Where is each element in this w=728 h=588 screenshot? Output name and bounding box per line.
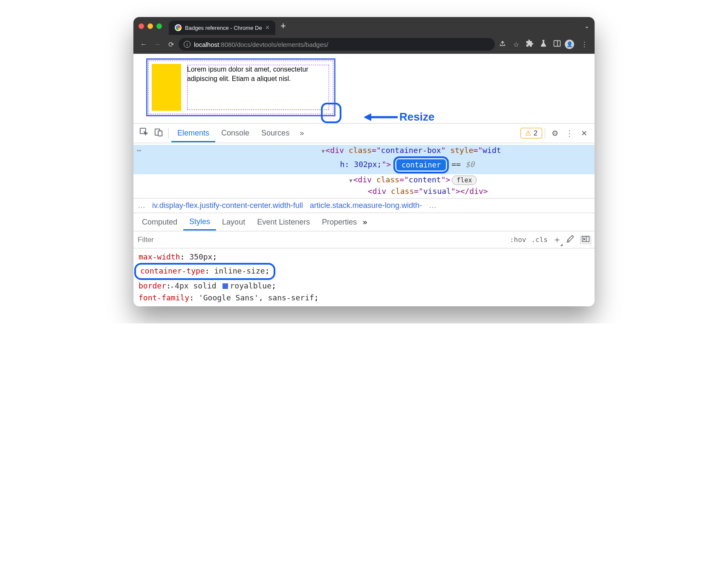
resize-handle-annotation xyxy=(321,103,341,123)
styles-subtabs: Computed Styles Layout Event Listeners P… xyxy=(133,213,595,231)
svg-rect-6 xyxy=(158,131,162,136)
settings-gear-icon[interactable]: ⚙ xyxy=(548,129,562,138)
breadcrumb-item[interactable]: article.stack.measure-long.width- xyxy=(310,201,422,210)
page-preview: Lorem ipsum dolor sit amet, consectetur … xyxy=(133,54,595,124)
dom-node-selected[interactable]: ⋯ ▼<div class="container-box" style="wid… xyxy=(133,145,595,156)
paint-brush-icon[interactable] xyxy=(566,235,575,245)
devtools-main-tabs: Elements Console Sources » ⚠ 2 ⚙ ⋮ ✕ xyxy=(133,124,595,143)
share-icon[interactable] xyxy=(497,39,508,49)
styles-filter-row: :hov .cls ＋◢ xyxy=(133,231,595,248)
close-tab-icon[interactable]: × xyxy=(266,24,269,32)
css-declaration[interactable]: font-family: 'Google Sans', sans-serif; xyxy=(139,292,589,304)
css-declaration-highlighted[interactable]: container-type: inline-size; xyxy=(139,263,589,280)
browser-window: Badges reference - Chrome De × + ⌄ ← → ⟳… xyxy=(133,17,595,306)
new-style-rule-icon[interactable]: ＋◢ xyxy=(553,234,561,245)
forward-button[interactable]: → xyxy=(151,40,163,48)
css-declaration[interactable]: max-width: 350px; xyxy=(139,251,589,263)
minimize-window-button[interactable] xyxy=(147,23,153,29)
close-devtools-icon[interactable]: ✕ xyxy=(577,129,591,138)
inspect-element-icon[interactable] xyxy=(137,127,151,139)
chrome-favicon-icon xyxy=(175,24,182,31)
window-controls xyxy=(139,23,162,29)
more-subtabs-icon[interactable]: » xyxy=(363,218,367,227)
maximize-window-button[interactable] xyxy=(156,23,162,29)
titlebar: Badges reference - Chrome De × + ⌄ xyxy=(133,17,595,35)
css-rules[interactable]: max-width: 350px; container-type: inline… xyxy=(133,248,595,306)
new-tab-button[interactable]: + xyxy=(280,20,286,32)
svg-rect-7 xyxy=(582,236,589,242)
container-badge[interactable]: container xyxy=(396,159,446,170)
styles-filter-input[interactable] xyxy=(137,235,505,245)
devtools-panel: Elements Console Sources » ⚠ 2 ⚙ ⋮ ✕ ⋯ ▼… xyxy=(133,124,595,306)
extensions-icon[interactable] xyxy=(524,39,536,49)
dom-node[interactable]: ▼<div class="content">flex xyxy=(133,174,595,186)
address-bar[interactable]: i localhost:8080/docs/devtools/elements/… xyxy=(179,38,495,51)
tab-elements[interactable]: Elements xyxy=(171,124,215,142)
device-toggle-icon[interactable] xyxy=(151,127,166,139)
tabs-chevron-down-icon[interactable]: ⌄ xyxy=(584,23,589,29)
profile-avatar[interactable]: 👤 xyxy=(565,40,577,49)
tab-styles[interactable]: Styles xyxy=(183,213,216,231)
content-text: Lorem ipsum dolor sit amet, consectetur … xyxy=(186,64,330,111)
browser-menu-icon[interactable]: ⋮ xyxy=(578,40,590,49)
hov-toggle[interactable]: :hov xyxy=(510,236,526,244)
devtools-menu-icon[interactable]: ⋮ xyxy=(562,129,577,138)
breadcrumb-bar[interactable]: … iv.display-flex.justify-content-center… xyxy=(133,198,595,213)
warning-icon: ⚠ xyxy=(525,129,531,137)
tab-title: Badges reference - Chrome De xyxy=(185,25,262,31)
url-host: localhost xyxy=(194,41,219,48)
browser-tab[interactable]: Badges reference - Chrome De × xyxy=(169,20,275,35)
dom-node[interactable]: <div class="visual"></div> xyxy=(133,186,595,196)
resize-label: Resize xyxy=(364,110,434,124)
tab-layout[interactable]: Layout xyxy=(216,214,251,231)
tab-sources[interactable]: Sources xyxy=(255,124,295,142)
tab-console[interactable]: Console xyxy=(215,124,255,142)
tab-event-listeners[interactable]: Event Listeners xyxy=(251,214,316,231)
reload-button[interactable]: ⟳ xyxy=(165,40,177,49)
labs-icon[interactable] xyxy=(537,39,549,49)
issues-badge[interactable]: ⚠ 2 xyxy=(520,128,542,138)
dom-node-selected-cont[interactable]: h: 302px;">container== $0 xyxy=(133,156,595,174)
tab-properties[interactable]: Properties xyxy=(316,214,363,231)
toolbar: ← → ⟳ i localhost:8080/docs/devtools/ele… xyxy=(133,35,595,54)
flex-badge[interactable]: flex xyxy=(452,176,477,185)
color-swatch[interactable] xyxy=(222,283,228,289)
dom-tree[interactable]: ⋯ ▼<div class="container-box" style="wid… xyxy=(133,143,595,198)
url-path: :8080/docs/devtools/elements/badges/ xyxy=(219,41,328,48)
bookmark-star-icon[interactable]: ☆ xyxy=(510,40,522,49)
back-button[interactable]: ← xyxy=(138,40,150,48)
more-tabs-icon[interactable]: » xyxy=(295,129,308,138)
container-box[interactable]: Lorem ipsum dolor sit amet, consectetur … xyxy=(146,58,335,116)
breadcrumb-item[interactable]: iv.display-flex.justify-content-center.w… xyxy=(152,201,303,210)
cls-toggle[interactable]: .cls xyxy=(531,236,548,244)
visual-box xyxy=(152,64,181,111)
tab-computed[interactable]: Computed xyxy=(136,214,183,231)
toggle-sidebar-icon[interactable] xyxy=(580,236,591,244)
close-window-button[interactable] xyxy=(139,23,144,29)
panel-icon[interactable] xyxy=(551,39,563,49)
css-declaration[interactable]: border:▸4px solid royalblue; xyxy=(139,280,589,292)
site-info-icon[interactable]: i xyxy=(184,41,191,48)
svg-marker-3 xyxy=(364,113,371,121)
